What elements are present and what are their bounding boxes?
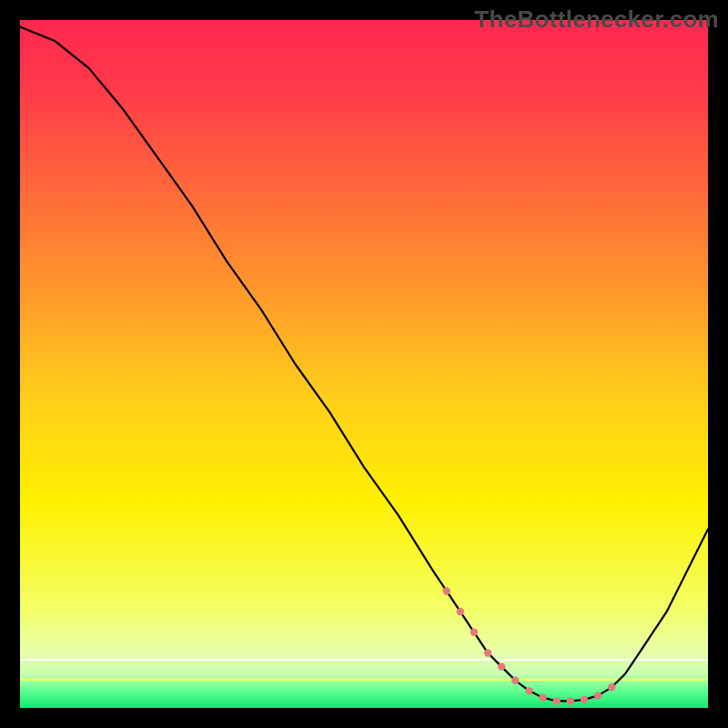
chart-frame: TheBottlenecker.com: [0, 0, 728, 728]
plot-area: [20, 20, 708, 708]
curve-layer: [20, 20, 708, 708]
watermark-text: TheBottlenecker.com: [474, 5, 719, 34]
